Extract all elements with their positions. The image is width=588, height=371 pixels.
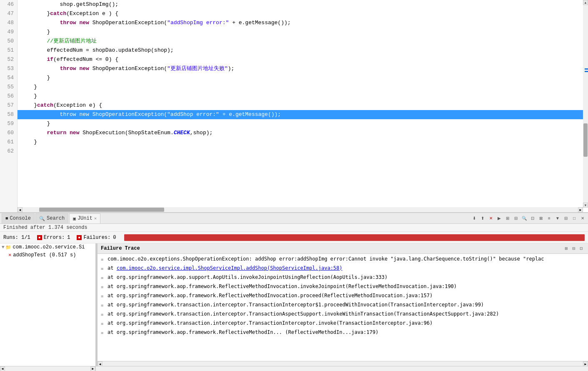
trace-line-2: ≡ at org.springframework.aop.support.Aop… [98,273,588,282]
console-icon: ■ [5,216,8,221]
trace-text-0: com.imooc.o2o.exceptions.ShopOperationEx… [108,255,544,263]
code-line-52: if(effectedNum <= 0) { [18,55,588,64]
tree-scroll-left[interactable]: ◀ [0,366,5,371]
tree-root-label: com.imooc.o2o.service.Si [13,244,85,250]
scrollbar-h-thumb[interactable] [39,208,164,212]
trace-scroll-left[interactable]: ◀ [98,361,103,366]
code-line-51: effectedNum = shopDao.updateShop(shop); [18,46,588,55]
trace-bullet-1: ≡ [101,264,105,273]
junit-icon: ▣ [73,216,76,221]
tree-scroll-right[interactable]: ▶ [90,366,95,371]
toolbar-btn4[interactable]: ⊞ [504,215,511,222]
scroll-left-arrow[interactable]: ◀ [18,207,23,212]
tab-search[interactable]: 🔍 Search [35,213,68,223]
code-line-60: return new ShopExecution(ShopStateEnum.C… [18,128,588,138]
trace-filter-btn[interactable]: ⊟ [570,245,577,252]
trace-text-2: at org.springframework.aop.support.AopUt… [108,273,388,281]
test-tree-root[interactable]: ▼ 📁 com.imooc.o2o.service.Si [0,243,95,251]
toolbar-search-btn[interactable]: 🔍 [520,215,528,222]
trace-text-8: at org.springframework.aop.framework.Ref… [108,328,378,336]
failure-trace: Failure Trace ⊞ ⊟ ⊡ ≡ com.imooc.o2o.exce… [98,243,588,366]
trace-bullet-0: ≡ [101,255,105,263]
errors-label: Errors: [44,235,65,241]
scroll-right-arrow[interactable]: ▶ [578,207,583,212]
code-line-62 [18,147,588,156]
bottom-panel: ■ Console 🔍 Search ▣ JUnit ✕ ⬇ ⬆ ✕ ▶ ⊞ ⊟… [0,213,588,371]
failures-label: Failures: [83,235,110,241]
blue-indicator-2 [585,71,588,72]
trace-toolbar: ⊞ ⊟ ⊡ [563,245,585,252]
trace-bullet-5: ≡ [101,301,105,309]
trace-text-4: at org.springframework.aop.framework.Ref… [108,292,433,299]
tab-toolbar: ⬇ ⬆ ✕ ▶ ⊞ ⊟ 🔍 ⊡ ⊠ ≡ ▼ ⊟ □ ✕ [470,215,586,222]
code-line-54: } [18,73,588,83]
trace-expand-btn[interactable]: ⊡ [578,245,585,252]
tab-junit[interactable]: ▣ JUnit ✕ [69,213,100,223]
failures-stat: ■ Failures: 0 [77,235,116,241]
failure-trace-title: Failure Trace [101,246,140,251]
status-bar: Finished after 1.374 seconds [0,224,588,232]
toolbar-btn9[interactable]: ▼ [554,215,561,222]
code-line-50: //更新店铺图片地址 [18,37,588,46]
toolbar-btn7[interactable]: ⊠ [537,215,545,222]
trace-line-8: ≡ at org.springframework.aop.framework.R… [98,328,588,337]
toolbar-red-x-btn[interactable]: ✕ [487,215,495,222]
blue-indicator-1 [585,68,588,70]
code-line-55: } [18,83,588,92]
trace-line-7: ≡ at org.springframework.transaction.int… [98,319,588,328]
trace-line-4: ≡ at org.springframework.aop.framework.R… [98,291,588,301]
trace-h-scroll[interactable] [103,361,583,366]
trace-line-5: ≡ at org.springframework.transaction.int… [98,301,588,310]
toolbar-up-btn[interactable]: ⬆ [479,215,486,222]
scroll-up-arrow[interactable]: ▲ [583,0,588,5]
error-icon: ■ [37,235,42,240]
scrollbar-thumb[interactable] [583,123,588,157]
code-editor: 46 47 48 49 50 51 52 53 54 55 56 57 58 5… [0,0,588,213]
errors-count: 1 [67,235,70,241]
toolbar-btn10[interactable]: ⊟ [562,215,570,222]
test-tree-item-0[interactable]: ✕ addShopTest (0.517 s) [0,251,95,259]
trace-text-7: at org.springframework.transaction.inter… [108,319,433,327]
toolbar-btn6[interactable]: ⊡ [529,215,536,222]
trace-bullet-3: ≡ [101,283,105,291]
scrollbar-horizontal[interactable]: ◀ ▶ [18,207,583,212]
runs-stat: Runs: 1/1 [3,235,30,241]
trace-line-3: ≡ at org.springframework.aop.framework.R… [98,282,588,291]
trace-line-0: ≡ com.imooc.o2o.exceptions.ShopOperation… [98,255,588,264]
trace-bottom-bar: ◀ ▶ [98,361,588,366]
code-line-48: throw new ShopOperationException("addSho… [18,18,588,28]
tree-collapse-icon: ▼ [2,245,5,250]
test-results-bar: Runs: 1/1 ■ Errors: 1 ■ Failures: 0 [0,232,588,243]
trace-bullet-2: ≡ [101,273,105,282]
toolbar-btn11[interactable]: □ [570,215,578,222]
trace-scroll-right[interactable]: ▶ [583,361,588,366]
line-numbers: 46 47 48 49 50 51 52 53 54 55 56 57 58 5… [0,0,18,212]
toolbar-btn3[interactable]: ▶ [495,215,503,222]
code-line-47: }catch(Exception e ) { [18,9,588,18]
failure-trace-content: ≡ com.imooc.o2o.exceptions.ShopOperation… [98,254,588,361]
trace-copy-btn[interactable]: ⊞ [563,245,570,252]
code-line-58: throw new ShopOperationException("addSho… [18,110,588,119]
test-panel: ▼ 📁 com.imooc.o2o.service.Si ✕ addShopTe… [0,243,588,366]
toolbar-down-btn[interactable]: ⬇ [470,215,478,222]
test-tree: ▼ 📁 com.imooc.o2o.service.Si ✕ addShopTe… [0,243,96,366]
tab-bar: ■ Console 🔍 Search ▣ JUnit ✕ ⬇ ⬆ ✕ ▶ ⊞ ⊟… [0,213,588,224]
toolbar-btn12[interactable]: ✕ [579,215,586,222]
scroll-down-arrow[interactable]: ▼ [583,203,588,208]
trace-line-1: ≡ at com.imooc.o2o.service.impl.ShopServ… [98,264,588,273]
trace-bullet-7: ≡ [101,319,105,328]
tab-console-label: Console [10,216,31,221]
failure-trace-header: Failure Trace ⊞ ⊟ ⊡ [98,243,588,254]
search-icon: 🔍 [39,216,45,221]
tree-folder-icon: 📁 [5,245,11,250]
code-line-46: shop.getShopImg(); [18,0,588,9]
tab-console[interactable]: ■ Console [2,213,35,223]
toolbar-btn8[interactable]: ≡ [545,215,553,222]
code-lines: shop.getShopImg(); }catch(Exception e ) … [18,0,588,212]
toolbar-btn5[interactable]: ⊟ [512,215,520,222]
scrollbar-vertical[interactable]: ▲ ▼ [583,0,588,208]
trace-line-6: ≡ at org.springframework.transaction.int… [98,310,588,319]
trace-text-1: at com.imooc.o2o.service.impl.ShopServic… [108,264,343,272]
failure-icon: ■ [77,235,82,240]
errors-stat: ■ Errors: 1 [37,235,70,241]
